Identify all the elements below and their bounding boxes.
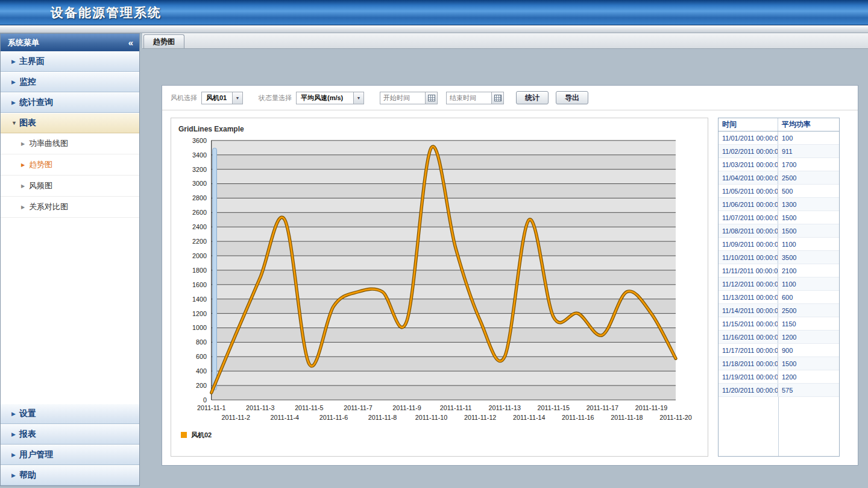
start-calendar-button[interactable]	[426, 92, 438, 104]
table-cell: 11/08/2011 00:00:00	[719, 224, 778, 237]
svg-text:2011-11-7: 2011-11-7	[344, 404, 372, 411]
table-header-cell[interactable]: 平均功率	[778, 118, 839, 131]
table-row[interactable]: 11/11/2011 00:00:002100	[719, 264, 839, 277]
svg-text:2011-11-12: 2011-11-12	[464, 414, 496, 421]
table-row[interactable]: 11/13/2011 00:00:00600	[719, 291, 839, 304]
data-table: 时间平均功率11/01/2011 00:00:0010011/02/2011 0…	[718, 118, 840, 457]
export-button[interactable]: 导出	[556, 91, 588, 104]
trend-chart-svg: 0200400600800100012001400160018002000220…	[177, 137, 702, 427]
table-cell: 11/06/2011 00:00:00	[719, 198, 778, 211]
chevron-down-icon: ▼	[11, 120, 19, 126]
svg-text:2011-11-9: 2011-11-9	[392, 404, 421, 411]
svg-text:1400: 1400	[192, 296, 207, 303]
chevron-right-icon: ▶	[11, 472, 19, 478]
chevron-right-icon: ▶	[21, 204, 29, 210]
table-row[interactable]: 11/20/2011 00:00:00575	[719, 384, 839, 397]
table-row[interactable]: 11/15/2011 00:00:001150	[719, 317, 839, 331]
sidebar-group-报表[interactable]: ▶报表	[1, 424, 139, 445]
svg-text:2011-11-13: 2011-11-13	[488, 404, 520, 411]
table-cell: 600	[778, 291, 839, 303]
status-select-value[interactable]: 平均风速(m/s)	[296, 92, 354, 104]
sidebar-group-label: 帮助	[19, 470, 36, 481]
table-row[interactable]: 11/06/2011 00:00:001300	[719, 198, 839, 211]
sidebar-group-图表[interactable]: ▼图表	[1, 113, 139, 133]
table-header-cell[interactable]: 时间	[719, 118, 778, 131]
svg-text:2011-11-17: 2011-11-17	[587, 404, 618, 411]
end-calendar-button[interactable]	[492, 92, 504, 104]
sidebar-item-趋势图[interactable]: ▶趋势图	[1, 154, 139, 176]
calendar-icon	[428, 95, 435, 101]
svg-text:2011-11-19: 2011-11-19	[635, 404, 667, 411]
table-cell: 1100	[778, 277, 839, 290]
table-cell: 1700	[778, 158, 839, 171]
table-row[interactable]: 11/12/2011 00:00:001100	[719, 277, 839, 291]
svg-text:1800: 1800	[192, 267, 207, 274]
table-row[interactable]: 11/07/2011 00:00:001500	[719, 211, 839, 224]
sidebar-group-设置[interactable]: ▶设置	[1, 404, 139, 424]
table-cell: 1500	[778, 357, 839, 370]
table-row[interactable]: 11/16/2011 00:00:001200	[719, 331, 839, 344]
table-cell: 900	[778, 344, 839, 356]
tab-label: 趋势图	[153, 37, 175, 47]
chevron-down-icon[interactable]: ▼	[354, 92, 364, 104]
chevron-right-icon: ▶	[11, 59, 19, 65]
sidebar-item-关系对比图[interactable]: ▶关系对比图	[1, 197, 139, 218]
svg-text:2011-11-15: 2011-11-15	[538, 404, 570, 411]
table-row[interactable]: 11/04/2011 00:00:002500	[719, 171, 839, 185]
sidebar-submenu: ▶功率曲线图▶趋势图▶风频图▶关系对比图	[1, 133, 139, 218]
table-row[interactable]: 11/02/2011 00:00:00911	[719, 145, 839, 158]
status-select-group: 状态量选择 平均风速(m/s) ▼	[259, 92, 364, 104]
table-cell: 2100	[778, 264, 839, 277]
svg-text:2011-11-20: 2011-11-20	[659, 414, 691, 421]
svg-text:2011-11-16: 2011-11-16	[562, 414, 594, 421]
collapse-sidebar-icon[interactable]: «	[128, 38, 133, 47]
statistics-button[interactable]: 统计	[516, 91, 549, 104]
sidebar-group-监控[interactable]: ▶监控	[1, 72, 139, 92]
calendar-icon	[494, 95, 502, 101]
chevron-right-icon: ▶	[11, 431, 19, 437]
sidebar-item-label: 关系对比图	[29, 201, 68, 212]
sidebar-item-功率曲线图[interactable]: ▶功率曲线图	[1, 133, 139, 154]
sidebar-group-主界面[interactable]: ▶主界面	[1, 51, 139, 72]
sidebar: 系统菜单 « ▶主界面▶监控▶统计查询▼图表▶功率曲线图▶趋势图▶风频图▶关系对…	[0, 33, 140, 486]
sidebar-group-帮助[interactable]: ▶帮助	[1, 465, 139, 486]
fan-select-value[interactable]: 风机01	[201, 92, 233, 104]
sidebar-group-用户管理[interactable]: ▶用户管理	[1, 445, 139, 465]
table-cell: 11/20/2011 00:00:00	[719, 384, 778, 396]
svg-text:2011-11-6: 2011-11-6	[319, 414, 348, 421]
table-row[interactable]: 11/17/2011 00:00:00900	[719, 344, 839, 357]
start-time-input[interactable]	[380, 92, 426, 104]
table-row[interactable]: 11/03/2011 00:00:001700	[719, 158, 839, 171]
svg-text:800: 800	[196, 338, 207, 346]
table-cell: 1200	[778, 370, 839, 383]
sidebar-item-label: 风频图	[29, 180, 52, 191]
legend-label: 风机02	[191, 431, 212, 440]
chevron-down-icon[interactable]: ▼	[233, 92, 243, 104]
svg-text:2011-11-3: 2011-11-3	[246, 404, 274, 411]
table-cell: 1500	[778, 224, 839, 237]
table-row[interactable]: 11/18/2011 00:00:001500	[719, 357, 839, 370]
tab-bar: 趋势图	[142, 33, 868, 49]
table-row[interactable]: 11/05/2011 00:00:00500	[719, 185, 839, 198]
table-cell: 11/01/2011 00:00:00	[719, 132, 778, 144]
sidebar-group-统计查询[interactable]: ▶统计查询	[1, 92, 139, 113]
chevron-right-icon: ▶	[21, 162, 29, 168]
table-row[interactable]: 11/10/2011 00:00:003500	[719, 251, 839, 264]
chevron-right-icon: ▶	[11, 411, 19, 417]
table-cell: 11/18/2011 00:00:00	[719, 357, 778, 370]
table-cell: 1100	[778, 238, 839, 250]
sidebar-item-风频图[interactable]: ▶风频图	[1, 176, 139, 197]
table-cell: 500	[778, 185, 839, 197]
table-row[interactable]: 11/14/2011 00:00:002500	[719, 304, 839, 317]
table-header-row: 时间平均功率	[719, 118, 839, 132]
status-select-label: 状态量选择	[259, 93, 292, 103]
table-row[interactable]: 11/09/2011 00:00:001100	[719, 238, 839, 251]
table-row[interactable]: 11/19/2011 00:00:001200	[719, 370, 839, 384]
fan-select-label: 风机选择	[171, 93, 197, 103]
sidebar-group-label: 图表	[19, 118, 36, 128]
end-time-input[interactable]	[446, 92, 492, 104]
table-row[interactable]: 11/08/2011 00:00:001500	[719, 224, 839, 238]
svg-text:2011-11-11: 2011-11-11	[440, 404, 472, 411]
table-row[interactable]: 11/01/2011 00:00:00100	[719, 132, 839, 145]
tab-trend-chart[interactable]: 趋势图	[143, 34, 184, 48]
